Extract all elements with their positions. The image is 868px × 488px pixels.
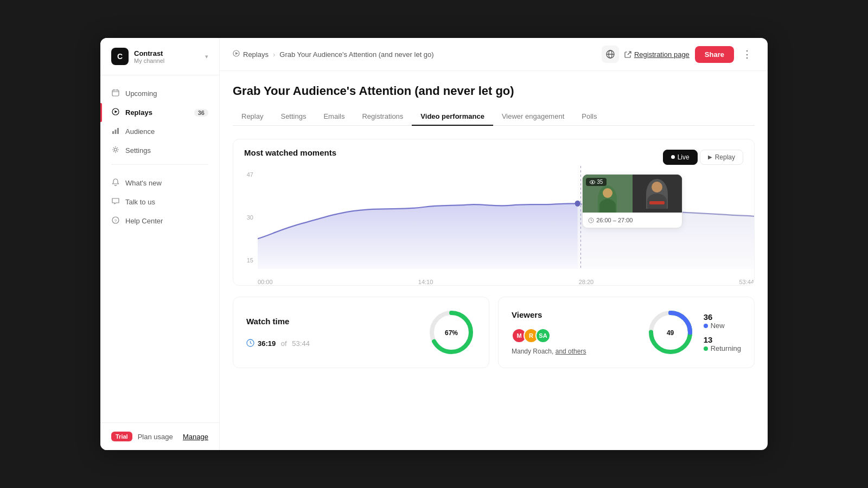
- main-nav: Upcoming Replays 36: [100, 75, 219, 422]
- legend-returning: 13 Returning: [704, 335, 741, 352]
- share-button[interactable]: Share: [695, 46, 734, 63]
- sidebar-item-audience[interactable]: Audience: [100, 122, 219, 141]
- globe-button[interactable]: [602, 46, 619, 63]
- watch-time-donut: 67%: [427, 308, 476, 357]
- replay-icon: [111, 108, 120, 117]
- toggle-replay-button[interactable]: ▶ Replay: [700, 150, 743, 165]
- clock-icon: [246, 339, 254, 349]
- breadcrumb: Replays › Grab Your Audience's Attention…: [233, 50, 434, 59]
- watch-time-title: Watch time: [246, 317, 427, 326]
- watch-time-of: of: [279, 339, 289, 348]
- chart-toggle: Live ▶ Replay: [663, 150, 743, 165]
- registration-page-button[interactable]: Registration page: [624, 50, 690, 59]
- bell-icon: [111, 178, 120, 188]
- main-content: Replays › Grab Your Audience's Attention…: [220, 38, 768, 450]
- play-circle-icon: [233, 50, 240, 59]
- breadcrumb-root-label: Replays: [243, 50, 269, 59]
- viewers-donut: 49: [646, 308, 695, 357]
- caret-down-icon[interactable]: ▾: [205, 53, 208, 60]
- svg-rect-0: [112, 90, 119, 96]
- svg-text:?: ?: [114, 219, 117, 223]
- tooltip-time-range: 26:00 – 27:00: [588, 217, 676, 223]
- tab-replay[interactable]: Replay: [233, 108, 272, 126]
- returning-count: 13: [704, 335, 741, 344]
- x-label-1: 14:10: [418, 279, 433, 285]
- viewers-card: Viewers M R SA Mandy Roach, and others: [498, 297, 755, 368]
- watch-time-total: 53:44: [292, 339, 310, 348]
- app-name: Contrast: [134, 49, 200, 57]
- viewers-right: 49 36 New: [646, 308, 741, 357]
- calendar-icon: [111, 89, 120, 98]
- new-count: 36: [704, 312, 725, 322]
- tab-registrations[interactable]: Registrations: [353, 108, 412, 126]
- footer: Trial Plan usage Manage: [100, 422, 219, 450]
- registration-page-label: Registration page: [634, 50, 690, 59]
- sidebar: C Contrast My channel ▾ Upcoming: [100, 38, 220, 450]
- toggle-live-button[interactable]: Live: [663, 150, 698, 165]
- help-icon: ?: [111, 216, 120, 226]
- chat-icon: [111, 197, 120, 207]
- whats-new-label: What's new: [125, 179, 162, 187]
- new-label: New: [711, 322, 725, 330]
- chart-y-labels: 47 30 15: [233, 166, 258, 269]
- tab-viewer-engagement[interactable]: Viewer engagement: [493, 108, 573, 126]
- more-options-button[interactable]: ⋮: [739, 47, 755, 62]
- chart-container: Most watched moments Live ▶ Replay: [233, 139, 755, 286]
- chart-wrapper: 47 30 15: [233, 166, 754, 285]
- x-label-3: 53:44: [739, 279, 754, 285]
- watch-time-info: Watch time 36:19 of 53:44: [246, 317, 427, 349]
- new-dot: [704, 324, 708, 328]
- chart-marker-line: [580, 166, 581, 269]
- tooltip-img-person2: [633, 175, 682, 213]
- manage-link[interactable]: Manage: [183, 433, 208, 441]
- talk-to-us-label: Talk to us: [125, 198, 155, 206]
- nav-divider: [111, 164, 208, 165]
- y-label-15: 15: [233, 257, 258, 264]
- svg-rect-6: [112, 131, 114, 134]
- and-others-link[interactable]: and others: [556, 348, 586, 355]
- sidebar-item-replays[interactable]: Replays 36: [100, 103, 219, 122]
- chart-tooltip: 35: [582, 174, 682, 228]
- tab-emails[interactable]: Emails: [315, 108, 353, 126]
- viewers-legend: 36 New 13: [704, 312, 741, 352]
- returning-label: Returning: [711, 344, 741, 352]
- legend-new: 36 New: [704, 312, 741, 330]
- viewers-count: 49: [667, 328, 674, 337]
- svg-rect-7: [115, 130, 117, 134]
- sidebar-item-talk-to-us[interactable]: Talk to us: [100, 192, 219, 211]
- upcoming-label: Upcoming: [125, 89, 157, 98]
- tab-settings[interactable]: Settings: [272, 108, 315, 126]
- sidebar-item-settings[interactable]: Settings: [100, 141, 219, 160]
- svg-point-9: [114, 149, 117, 151]
- trial-badge: Trial: [111, 432, 132, 441]
- sidebar-item-help-center[interactable]: ? Help Center: [100, 211, 219, 230]
- tab-polls[interactable]: Polls: [573, 108, 605, 126]
- channel-name: My channel: [134, 57, 200, 64]
- replays-label: Replays: [125, 108, 152, 117]
- chart-x-labels: 00:00 14:10 28:20 53:44: [258, 279, 754, 285]
- watch-time-percent: 67%: [445, 328, 458, 337]
- topbar: Replays › Grab Your Audience's Attention…: [220, 38, 768, 71]
- svg-marker-5: [115, 111, 118, 113]
- logo-area[interactable]: C Contrast My channel ▾: [100, 38, 219, 75]
- sidebar-item-whats-new[interactable]: What's new: [100, 174, 219, 192]
- page-body: Grab Your Audience's Attention (and neve…: [220, 71, 768, 450]
- help-center-label: Help Center: [125, 217, 163, 225]
- tooltip-viewer-count: 35: [586, 178, 607, 186]
- replays-badge: 36: [194, 109, 208, 117]
- settings-icon: [111, 146, 120, 155]
- tab-video-performance[interactable]: Video performance: [412, 108, 493, 126]
- viewers-info: Viewers M R SA Mandy Roach, and others: [512, 310, 646, 355]
- breadcrumb-separator: ›: [273, 50, 275, 59]
- audience-label: Audience: [125, 127, 155, 136]
- viewers-names: Mandy Roach, and others: [512, 348, 646, 355]
- topbar-actions: Registration page Share ⋮: [602, 46, 755, 63]
- sidebar-item-upcoming[interactable]: Upcoming: [100, 84, 219, 103]
- viewer-avatars: M R SA: [512, 328, 646, 343]
- svg-point-19: [592, 181, 593, 183]
- x-label-2: 28:20: [579, 279, 594, 285]
- watch-time-watched: 36:19: [258, 339, 276, 348]
- tooltip-preview: 35: [583, 175, 682, 213]
- settings-label: Settings: [125, 146, 151, 155]
- breadcrumb-root[interactable]: Replays: [233, 50, 269, 59]
